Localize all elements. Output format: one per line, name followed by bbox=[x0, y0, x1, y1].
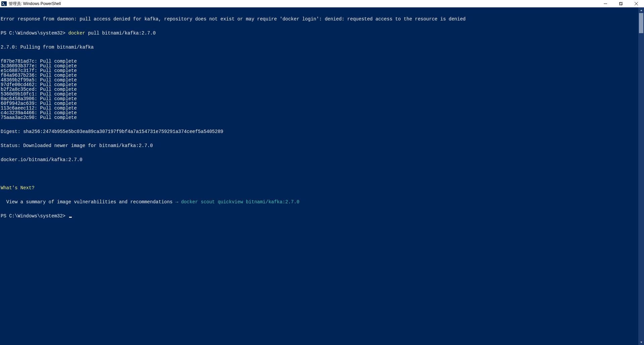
titlebar: 管理员: Windows PowerShell bbox=[0, 0, 644, 7]
output-line: 2.7.0: Pulling from bitnami/kafka bbox=[1, 45, 638, 50]
output-line: e1c6887c317f: Pull complete bbox=[1, 68, 638, 73]
whats-next-heading: What's Next? bbox=[1, 186, 638, 190]
minimize-button[interactable] bbox=[598, 0, 613, 7]
close-button[interactable] bbox=[629, 0, 644, 7]
output-line: 97dfe00cd462: Pull complete bbox=[1, 82, 638, 87]
output-line: c4c3239a4466: Pull complete bbox=[1, 111, 638, 115]
output-line: Digest: sha256:2474b955e5bc03ea89ca30719… bbox=[1, 129, 638, 134]
output-line: 48369b2f99a5: Pull complete bbox=[1, 78, 638, 82]
powershell-icon bbox=[1, 1, 7, 6]
output-line: 113c6aeec112: Pull complete bbox=[1, 106, 638, 111]
window-title: 管理员: Windows PowerShell bbox=[9, 1, 61, 7]
client-area: Error response from daemon: pull access … bbox=[0, 7, 644, 345]
cursor bbox=[69, 217, 72, 218]
output-line: f87be781ad7c: Pull complete bbox=[1, 59, 638, 64]
recommendation-command: docker scout quickview bitnami/kafka:2.7… bbox=[178, 199, 299, 205]
output-line: Status: Downloaded newer image for bitna… bbox=[1, 143, 638, 148]
recommendation-line: View a summary of image vulnerabilities … bbox=[1, 200, 638, 204]
command-rest: pull bitnami/kafka:2.7.0 bbox=[85, 30, 156, 36]
output-line: Error response from daemon: pull access … bbox=[1, 17, 638, 21]
scroll-down-button[interactable] bbox=[638, 339, 644, 345]
output-line: 5360d9b10fc1: Pull complete bbox=[1, 92, 638, 96]
terminal-output[interactable]: Error response from daemon: pull access … bbox=[0, 7, 638, 345]
window-controls bbox=[598, 0, 644, 7]
prompt-prefix: PS C:\Windows\system32> bbox=[1, 30, 68, 36]
prompt-prefix: PS C:\Windows\system32> bbox=[1, 213, 68, 219]
svg-rect-4 bbox=[620, 2, 623, 5]
prompt-line: PS C:\Windows\system32> docker pull bitn… bbox=[1, 31, 638, 36]
output-line: 60f9942ac639: Pull complete bbox=[1, 101, 638, 106]
svg-rect-3 bbox=[619, 3, 622, 5]
blank-line bbox=[1, 171, 638, 176]
output-line: 0ac6458a3906: Pull complete bbox=[1, 96, 638, 101]
maximize-button[interactable] bbox=[613, 0, 629, 7]
vertical-scrollbar[interactable] bbox=[638, 7, 644, 345]
command-highlight: docker bbox=[68, 30, 85, 36]
scroll-thumb[interactable] bbox=[639, 13, 643, 33]
output-line: docker.io/bitnami/kafka:2.7.0 bbox=[1, 157, 638, 162]
scroll-up-button[interactable] bbox=[638, 7, 644, 13]
output-line: 3c36093b377e: Pull complete bbox=[1, 64, 638, 68]
titlebar-left: 管理员: Windows PowerShell bbox=[0, 1, 61, 7]
output-line: 75aaa3ac2c90: Pull complete bbox=[1, 115, 638, 120]
prompt-line[interactable]: PS C:\Windows\system32> bbox=[1, 214, 638, 218]
output-line: b2f2a8c35ced: Pull complete bbox=[1, 87, 638, 92]
scroll-track[interactable] bbox=[638, 13, 644, 339]
recommendation-text: View a summary of image vulnerabilities … bbox=[1, 199, 175, 205]
output-line: f84a9637b236: Pull complete bbox=[1, 73, 638, 78]
